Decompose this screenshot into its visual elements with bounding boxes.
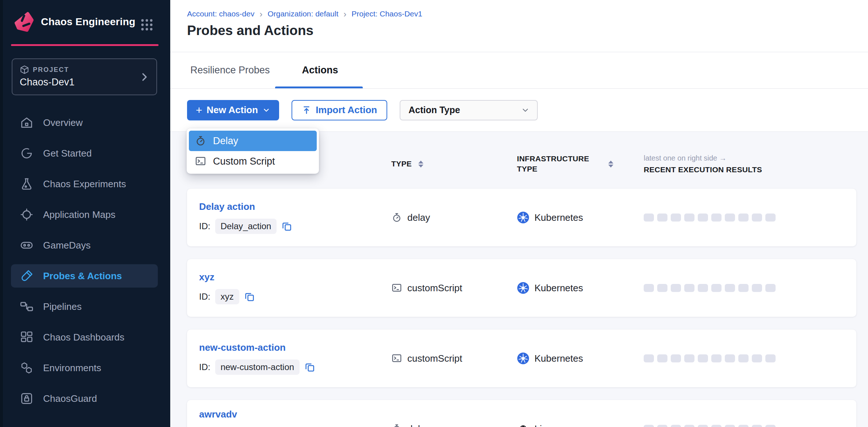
sidebar-item-label: Chaos Dashboards — [43, 332, 125, 343]
action-id-value: new-custom-action — [215, 359, 300, 375]
app-grid-icon[interactable] — [140, 18, 153, 31]
sidebar-item-pipelines[interactable]: Pipelines — [11, 291, 158, 322]
terminal-icon — [391, 282, 402, 293]
breadcrumb-account-link[interactable]: Account: chaos-dev — [187, 9, 254, 18]
action-type-cell: delay — [391, 423, 517, 427]
execution-result-placeholder — [725, 425, 735, 427]
execution-result-placeholder — [765, 284, 776, 292]
action-name-link[interactable]: xyz — [199, 272, 391, 283]
column-header-results-label: RECENT EXECUTION RESULTS — [644, 165, 856, 174]
probe-icon — [20, 269, 34, 283]
kubernetes-icon — [517, 211, 529, 224]
copy-icon[interactable] — [244, 291, 255, 302]
action-type-cell: customScript — [391, 282, 517, 294]
execution-result-placeholder — [752, 284, 762, 292]
import-action-button-label: Import Action — [316, 104, 377, 116]
execution-result-placeholder — [711, 214, 722, 222]
sidebar-item-chaos-dashboards[interactable]: Chaos Dashboards — [11, 322, 158, 353]
column-header-infrastructure-line2: TYPE — [517, 164, 608, 174]
action-type-value: delay — [407, 423, 430, 427]
infrastructure-value: Linux — [534, 423, 557, 427]
chevron-down-icon — [262, 106, 270, 114]
tabs-bar: Resilience Probes Actions — [170, 52, 868, 89]
sidebar-item-get-started[interactable]: Get Started — [11, 138, 158, 169]
chevron-right-icon — [139, 72, 150, 82]
breadcrumb-separator: › — [343, 10, 346, 18]
project-card-label: PROJECT — [33, 66, 69, 74]
execution-result-placeholder — [752, 354, 762, 362]
tab-actions[interactable]: Actions — [302, 65, 338, 76]
recent-execution-results — [644, 354, 856, 362]
sidebar-item-label: Overview — [43, 117, 83, 128]
tab-resilience-probes[interactable]: Resilience Probes — [190, 65, 270, 76]
execution-result-placeholder — [738, 284, 749, 292]
sidebar-item-overview[interactable]: Overview — [11, 107, 158, 138]
action-type-select[interactable]: Action Type — [400, 100, 538, 120]
execution-result-placeholder — [657, 425, 667, 427]
copy-icon[interactable] — [304, 362, 315, 373]
breadcrumb-organization-link[interactable]: Organization: default — [267, 9, 338, 18]
table-row: awrvadv delay Linux — [187, 400, 856, 427]
execution-result-placeholder — [725, 354, 735, 362]
action-name-link[interactable]: awrvadv — [199, 409, 391, 420]
sidebar-item-chaosguard[interactable]: ChaosGuard — [11, 383, 158, 414]
sidebar-item-application-maps[interactable]: Application Maps — [11, 199, 158, 230]
gamepad-icon — [20, 238, 34, 252]
execution-result-placeholder — [684, 425, 694, 427]
sidebar-item-label: Chaos Experiments — [43, 178, 126, 190]
sort-control[interactable] — [608, 161, 613, 168]
infrastructure-cell: Kubernetes — [517, 211, 644, 224]
actions-toolbar: + New Action Import Action Action Type — [170, 89, 868, 131]
column-header-type-label: TYPE — [391, 159, 412, 168]
infrastructure-value: Kubernetes — [534, 212, 583, 223]
action-name-link[interactable]: Delay action — [199, 201, 391, 212]
sidebar-item-label: Pipelines — [43, 301, 82, 312]
execution-result-placeholder — [725, 214, 735, 222]
menu-item-delay[interactable]: Delay — [189, 131, 317, 151]
execution-result-placeholder — [711, 425, 722, 427]
active-tab-underline — [275, 86, 363, 88]
execution-result-placeholder — [644, 214, 654, 222]
project-selector[interactable]: PROJECT Chaos-Dev1 — [12, 58, 157, 95]
project-card-name: Chaos-Dev1 — [20, 77, 149, 88]
action-name-link[interactable]: new-custom-action — [199, 342, 391, 353]
menu-item-custom-script[interactable]: Custom Script — [189, 151, 317, 172]
terminal-icon — [195, 155, 206, 167]
execution-result-placeholder — [752, 214, 762, 222]
get-started-icon — [20, 146, 34, 160]
sidebar-item-gamedays[interactable]: GameDays — [11, 230, 158, 261]
stopwatch-icon — [195, 135, 206, 147]
execution-result-placeholder — [657, 284, 667, 292]
chevron-down-icon — [521, 106, 530, 115]
sidebar-item-environments[interactable]: Environments — [11, 353, 158, 383]
sort-control[interactable] — [418, 161, 423, 168]
execution-result-placeholder — [698, 284, 708, 292]
kubernetes-icon — [517, 352, 529, 365]
execution-result-placeholder — [684, 284, 694, 292]
sidebar-item-chaos-experiments[interactable]: Chaos Experiments — [11, 169, 158, 199]
infrastructure-cell: Kubernetes — [517, 352, 644, 365]
execution-result-placeholder — [698, 214, 708, 222]
action-id-value: xyz — [215, 289, 239, 304]
id-label: ID: — [199, 221, 210, 231]
breadcrumb-project-link[interactable]: Project: Chaos-Dev1 — [351, 9, 422, 18]
new-action-button[interactable]: + New Action — [187, 100, 279, 120]
copy-icon[interactable] — [281, 221, 292, 232]
sidebar-item-probes-actions[interactable]: Probes & Actions — [11, 264, 158, 288]
import-action-button[interactable]: Import Action — [292, 100, 387, 120]
environments-icon — [20, 361, 34, 375]
id-label: ID: — [199, 362, 210, 372]
kubernetes-icon — [517, 282, 529, 294]
page-header: Account: chaos-dev › Organization: defau… — [170, 0, 868, 52]
execution-result-placeholder — [657, 214, 667, 222]
actions-table: TYPE INFRASTRUCTURE TYPE latest one on r… — [170, 131, 868, 427]
sidebar: Chaos Engineering PROJECT Chaos-Dev1 — [0, 0, 170, 427]
arrow-right-icon: → — [719, 154, 727, 162]
flask-icon — [20, 177, 34, 191]
dashboards-icon — [20, 330, 34, 344]
execution-result-placeholder — [752, 425, 762, 427]
execution-result-placeholder — [644, 284, 654, 292]
execution-result-placeholder — [644, 354, 654, 362]
execution-result-placeholder — [711, 284, 722, 292]
execution-result-placeholder — [644, 425, 654, 427]
